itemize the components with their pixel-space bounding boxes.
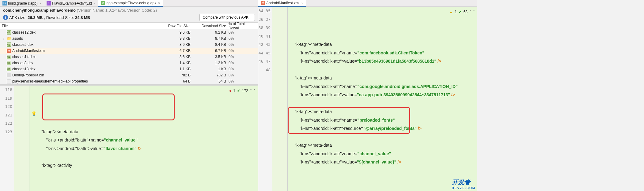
file-table: File Raw File Size Download Size % of To… xyxy=(0,23,258,84)
left-tabbar: Gbuild.gradle (:app)×KFlavorExampleActiv… xyxy=(0,0,258,7)
right-tabbar: MAndroidManifest.xml× xyxy=(258,0,477,7)
table-row[interactable]: 01classes3.dex1.4 KB1.3 KB0% xyxy=(0,60,258,66)
error-count: 1 xyxy=(233,87,235,95)
file-name: AndroidManifest.xml xyxy=(12,49,46,53)
table-header: File Raw File Size Download Size % of To… xyxy=(0,23,258,29)
dex-file-icon: 01 xyxy=(7,30,11,35)
table-row[interactable]: 01classes14.dex3.6 KB3.5 KB0% xyxy=(0,54,258,60)
right-code-area[interactable]: ▲ 1 ✔ 63 ˄ ˅ "k-tag"><meta-data "k-ns">a… xyxy=(288,7,477,191)
table-row[interactable]: ›📁assets9.3 KB8.7 KB0% xyxy=(0,35,258,42)
nav-down-icon[interactable]: ˅ xyxy=(473,8,475,17)
table-row[interactable]: 01classes12.dex9.6 KB9.2 KB0% xyxy=(0,29,258,35)
xml-icon: M xyxy=(261,1,265,5)
file-name: DebugProbesKt.bin xyxy=(12,73,44,77)
package-name: com.chenyihong.exampledflavordemo xyxy=(3,8,76,13)
file-name: play-services-measurement-sdk-api.proper… xyxy=(12,79,88,83)
file-name: classes3.dex xyxy=(12,61,33,65)
version-info: (Version Name: 1.0.2-flavor, Version Cod… xyxy=(77,8,157,13)
apk-size-value: 26.3 MB xyxy=(28,15,43,20)
check-count: 63 xyxy=(464,8,468,17)
right-line-gutter: 34 35 36 37 38 39 40 41 42 43 44 45 46 4… xyxy=(258,7,272,191)
left-line-gutter: 118 119 120 121 122 123 xyxy=(0,86,14,191)
gradle-icon: G xyxy=(2,1,7,6)
nav-down-icon[interactable]: ˅ xyxy=(254,87,256,95)
close-icon[interactable]: × xyxy=(158,1,160,5)
check-badge-icon[interactable]: ✔ xyxy=(237,87,240,95)
right-editor[interactable]: 34 35 36 37 38 39 40 41 42 43 44 45 46 4… xyxy=(258,7,477,191)
table-row[interactable]: 01classes13.dex1.1 KB1 KB0% xyxy=(0,66,258,72)
compare-apk-button[interactable]: Compare with previous APK... xyxy=(199,14,255,21)
col-dl-size[interactable]: Download Size xyxy=(194,24,227,28)
dex-file-icon: 01 xyxy=(7,55,11,59)
close-icon[interactable]: × xyxy=(40,2,41,5)
table-row[interactable]: DebugProbesKt.bin782 B782 B0% xyxy=(0,72,258,78)
file-name: classes12.dex xyxy=(12,30,36,35)
nav-up-icon[interactable]: ˄ xyxy=(469,8,471,17)
file-name: classes5.dex xyxy=(12,42,33,47)
col-file[interactable]: File xyxy=(0,24,154,28)
left-icon-gutter: 💡 xyxy=(14,86,29,191)
apk-size-label: APK size: xyxy=(9,15,26,20)
error-badge-icon[interactable]: ● xyxy=(229,87,231,95)
apk-header: com.chenyihong.exampledflavordemo (Versi… xyxy=(0,7,258,23)
highlight-box xyxy=(288,107,410,134)
file-name: classes14.dex xyxy=(12,55,36,59)
check-badge-icon[interactable]: ✔ xyxy=(459,8,462,17)
dl-size-value: 24.8 MB xyxy=(75,15,90,20)
tab-label: build.gradle (:app) xyxy=(8,1,38,6)
left-editor-toolbar: ● 1 ✔ 172 ˄ ˅ xyxy=(229,87,256,95)
table-row[interactable]: MAndroidManifest.xml6.7 KB6.7 KB0% xyxy=(0,48,258,54)
highlight-box xyxy=(42,94,175,120)
watermark-logo: 开发者 DEVZE.COM xyxy=(452,178,475,190)
col-pct[interactable]: % of Total Downl... xyxy=(227,22,258,30)
apk-icon: A xyxy=(101,1,105,5)
close-icon[interactable]: × xyxy=(94,2,96,5)
check-count: 172 xyxy=(242,87,248,95)
tab[interactable]: KFlavorExampleActivity.kt× xyxy=(44,0,98,7)
dex-file-icon: 01 xyxy=(7,61,11,65)
xml-file-icon: M xyxy=(7,49,11,53)
tab[interactable]: Aapp-exampleFlavor-debug.apk× xyxy=(98,0,163,7)
close-icon[interactable]: × xyxy=(301,1,303,5)
right-icon-gutter xyxy=(272,7,288,191)
expand-chevron-icon[interactable]: › xyxy=(2,36,6,41)
tab-label: FlavorExampleActivity.kt xyxy=(52,1,92,6)
folder-file-icon: 📁 xyxy=(7,36,11,41)
dl-size-label: , Download Size: xyxy=(44,15,74,20)
right-editor-toolbar: ▲ 1 ✔ 63 ˄ ˅ xyxy=(449,8,475,17)
warning-count: 1 xyxy=(455,8,457,17)
tab[interactable]: Gbuild.gradle (:app)× xyxy=(0,0,44,7)
info-icon: i xyxy=(3,15,8,20)
left-code-area[interactable]: ● 1 ✔ 172 ˄ ˅ "k-tag"><meta-data "k-ns">… xyxy=(29,86,258,191)
dex-file-icon: 01 xyxy=(7,67,11,71)
file-name: classes13.dex xyxy=(12,67,36,71)
file-name: assets xyxy=(12,36,23,41)
table-row[interactable]: play-services-measurement-sdk-api.proper… xyxy=(0,78,258,84)
col-raw-size[interactable]: Raw File Size xyxy=(154,24,194,28)
tab-label: app-exampleFlavor-debug.apk xyxy=(106,1,156,5)
prop-file-icon xyxy=(7,79,11,83)
kotlin-icon: K xyxy=(47,1,51,6)
tab[interactable]: MAndroidManifest.xml× xyxy=(258,0,306,7)
tab-label: AndroidManifest.xml xyxy=(266,1,300,5)
dex-file-icon: 01 xyxy=(7,42,11,47)
warning-badge-icon[interactable]: ▲ xyxy=(449,8,453,17)
table-row[interactable]: 01classes5.dex8.9 KB8.4 KB0% xyxy=(0,42,258,48)
left-editor[interactable]: 118 119 120 121 122 123 💡 ● 1 ✔ 172 ˄ ˅ … xyxy=(0,86,258,191)
nav-up-icon[interactable]: ˄ xyxy=(250,87,252,95)
bin-file-icon xyxy=(7,73,11,77)
